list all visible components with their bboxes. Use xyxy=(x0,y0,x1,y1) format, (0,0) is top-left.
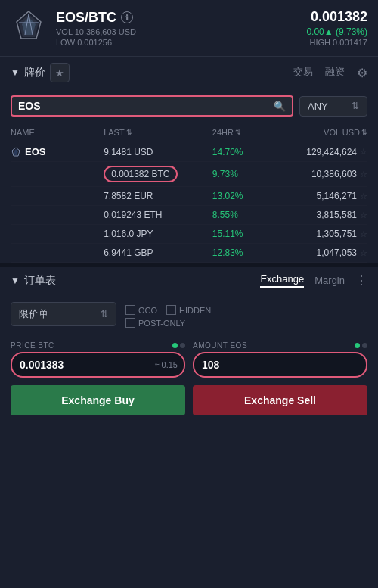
orders-left: ▼ 订单表 xyxy=(11,274,260,288)
col-name: NAME xyxy=(11,128,104,137)
orders-right: Exchange Margin ⋮ xyxy=(260,273,367,288)
price-field-group: PRICE BTC ≈ 0.15 xyxy=(11,341,185,378)
row-vol: 3,815,581 ☆ xyxy=(274,210,367,220)
order-type-arrow-icon: ⇅ xyxy=(101,309,108,319)
orders-chevron-icon[interactable]: ▼ xyxy=(11,275,20,286)
row-vol: 129,424,624 ☆ xyxy=(274,147,367,157)
sort-24hr-icon: ⇅ xyxy=(235,129,241,136)
row-price: 6.9441 GBP xyxy=(104,247,212,258)
price-dot-gray xyxy=(180,343,185,348)
hidden-label: HIDDEN xyxy=(179,306,211,315)
star-icon[interactable]: ☆ xyxy=(360,147,367,157)
approx-text: ≈ 0.15 xyxy=(154,360,178,369)
any-label: ANY xyxy=(308,101,328,112)
amount-dot-green xyxy=(355,343,360,348)
tab-trade[interactable]: 交易 xyxy=(293,65,313,80)
row-price: 9.1481 USD xyxy=(104,147,212,157)
col-last[interactable]: LAST ⇅ xyxy=(104,128,212,137)
price-label: PRICE BTC xyxy=(11,341,54,350)
oco-checkbox-group[interactable]: OCO xyxy=(125,305,157,315)
row-name-cell: EOS xyxy=(11,146,104,157)
exchange-buy-button[interactable]: Exchange Buy xyxy=(11,385,185,415)
eos-mini-icon xyxy=(11,147,21,157)
low-info: LOW 0.001256 xyxy=(56,38,306,47)
toolbar: ▼ 牌价 ★ 交易 融资 ⚙ xyxy=(0,57,378,89)
volume-info: VOL 10,386,603 USD xyxy=(56,27,306,36)
table-row[interactable]: 0.001382 BTC 9.73% 10,386,603 ☆ xyxy=(11,162,367,187)
toolbar-right: 交易 融资 ⚙ xyxy=(293,65,367,80)
star-button[interactable]: ★ xyxy=(50,63,70,82)
table-row[interactable]: 1,016.0 JPY 15.11% 1,305,751 ☆ xyxy=(11,225,367,244)
post-only-checkbox[interactable] xyxy=(125,318,135,328)
oco-label: OCO xyxy=(138,306,157,315)
amount-label-row: AMOUNT EOS xyxy=(193,341,367,350)
star-icon[interactable]: ☆ xyxy=(360,248,367,258)
header-right: 0.001382 0.00▲ (9.73%) HIGH 0.001417 xyxy=(306,9,367,47)
star-icon[interactable]: ☆ xyxy=(360,229,367,239)
orders-section: ▼ 订单表 Exchange Margin ⋮ 限价单 ⇅ OCO xyxy=(0,265,378,423)
row-vol: 1,047,053 ☆ xyxy=(274,247,367,258)
star-icon: ★ xyxy=(55,67,64,79)
amount-field-group: AMOUNT EOS xyxy=(193,341,367,378)
order-type-select[interactable]: 限价单 ⇅ xyxy=(11,302,116,326)
table-header: NAME LAST ⇅ 24HR ⇅ VOL USD ⇅ xyxy=(11,123,367,142)
fields-row: PRICE BTC ≈ 0.15 AMOUNT EOS xyxy=(11,341,367,378)
table-row[interactable]: 6.9441 GBP 12.83% 1,047,053 ☆ xyxy=(11,244,367,263)
orders-label: 订单表 xyxy=(24,274,56,288)
high-info: HIGH 0.001417 xyxy=(306,38,367,47)
price-dots xyxy=(172,343,185,348)
search-input[interactable] xyxy=(18,100,269,112)
info-icon[interactable]: ℹ xyxy=(121,11,133,23)
orders-toolbar: ▼ 订单表 Exchange Margin ⋮ xyxy=(0,267,378,294)
star-icon[interactable]: ☆ xyxy=(360,170,367,179)
table-row[interactable]: 7.8582 EUR 13.02% 5,146,271 ☆ xyxy=(11,187,367,206)
hidden-checkbox[interactable] xyxy=(166,305,176,315)
col-vol[interactable]: VOL USD ⇅ xyxy=(274,128,367,137)
current-price: 0.001382 xyxy=(306,9,367,25)
table-row[interactable]: 0.019243 ETH 8.55% 3,815,581 ☆ xyxy=(11,206,367,225)
star-icon[interactable]: ☆ xyxy=(360,191,367,201)
search-wrapper[interactable]: 🔍 xyxy=(11,95,293,117)
post-only-checkbox-group[interactable]: POST-ONLY xyxy=(125,318,211,328)
any-arrow-icon: ⇅ xyxy=(352,101,359,111)
tab-exchange[interactable]: Exchange xyxy=(260,273,304,288)
row-change: 13.02% xyxy=(212,191,274,201)
sort-vol-icon: ⇅ xyxy=(361,129,367,136)
eos-logo xyxy=(11,10,47,46)
order-form: 限价单 ⇅ OCO HIDDEN POST-ONLY xyxy=(0,294,378,423)
amount-input[interactable] xyxy=(193,352,367,378)
star-icon[interactable]: ☆ xyxy=(360,210,367,220)
oco-checkbox[interactable] xyxy=(125,305,135,315)
exchange-sell-button[interactable]: Exchange Sell xyxy=(193,385,367,415)
row-price: 0.019243 ETH xyxy=(104,210,212,220)
chevron-icon[interactable]: ▼ xyxy=(11,67,20,78)
row-name: EOS xyxy=(25,146,45,157)
row-price: 0.001382 BTC xyxy=(104,166,212,182)
hidden-checkbox-group[interactable]: HIDDEN xyxy=(166,305,211,315)
more-icon[interactable]: ⋮ xyxy=(355,273,367,288)
amount-input-wrapper xyxy=(193,352,367,378)
price-dot-green xyxy=(172,343,178,348)
header: EOS/BTC ℹ VOL 10,386,603 USD LOW 0.00125… xyxy=(0,0,378,57)
row-change: 15.11% xyxy=(212,229,274,239)
pair-title: EOS/BTC ℹ xyxy=(56,10,306,26)
row-price: 1,016.0 JPY xyxy=(104,229,212,239)
tab-margin[interactable]: Margin xyxy=(314,275,345,286)
order-type-label: 限价单 xyxy=(19,307,48,321)
row-change: 14.70% xyxy=(212,147,274,157)
any-select[interactable]: ANY ⇅ xyxy=(299,96,367,117)
buttons-row: Exchange Buy Exchange Sell xyxy=(11,385,367,415)
toolbar-label: 牌价 xyxy=(24,66,45,79)
gear-icon[interactable]: ⚙ xyxy=(357,66,367,80)
pair-label: EOS/BTC xyxy=(56,10,116,26)
row-change: 8.55% xyxy=(212,210,274,220)
tab-fund[interactable]: 融资 xyxy=(325,65,345,80)
row-vol: 10,386,603 ☆ xyxy=(274,169,367,179)
price-change: 0.00▲ (9.73%) xyxy=(306,26,367,37)
col-24hr[interactable]: 24HR ⇅ xyxy=(212,128,274,137)
amount-dots xyxy=(355,343,367,348)
post-only-label: POST-ONLY xyxy=(138,319,185,328)
row-vol: 5,146,271 ☆ xyxy=(274,191,367,201)
table-row[interactable]: EOS 9.1481 USD 14.70% 129,424,624 ☆ xyxy=(11,142,367,162)
price-label-row: PRICE BTC xyxy=(11,341,185,350)
